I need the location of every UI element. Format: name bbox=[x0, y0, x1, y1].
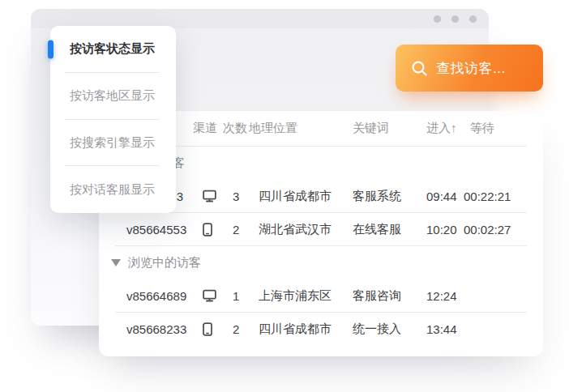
location-cell: 四川省成都市 bbox=[259, 189, 353, 204]
location-cell: 上海市浦东区 bbox=[259, 288, 353, 304]
menu-item-3[interactable]: 按搜索引擎显示 bbox=[50, 120, 176, 167]
visitor-row[interactable]: v85664553 2 湖北省武汉市 在线客服 10:20 00:02:27 bbox=[115, 213, 527, 246]
collapse-arrow-icon bbox=[111, 259, 121, 266]
header-location: 地理位置 bbox=[249, 121, 353, 136]
location-cell: 四川省成都市 bbox=[259, 322, 353, 337]
channel-cell bbox=[203, 223, 233, 236]
visit-count-cell: 1 bbox=[233, 289, 259, 303]
table-header-row: 渠道 次数 地理位置 关键词 进入↑ 等待 bbox=[115, 111, 527, 147]
wait-time-cell: 00:02:27 bbox=[464, 223, 527, 236]
page: 渠道 次数 地理位置 关键词 进入↑ 等待 对话中的访客 3 3 四川省成都市 … bbox=[0, 0, 569, 392]
location-cell: 湖北省武汉市 bbox=[259, 222, 353, 237]
channel-cell bbox=[203, 190, 233, 202]
enter-time-cell: 09:44 bbox=[426, 190, 464, 203]
menu-item-label: 按搜索引擎显示 bbox=[70, 135, 155, 151]
visitor-id-cell: v85664553 bbox=[126, 223, 203, 236]
menu-item-1[interactable]: 按访客状态显示 bbox=[50, 26, 176, 73]
desktop-icon bbox=[203, 190, 216, 202]
header-enter-sort[interactable]: 进入↑ bbox=[426, 121, 464, 136]
find-visitor-label: 查找访客... bbox=[436, 59, 506, 78]
enter-time-cell: 13:44 bbox=[426, 322, 464, 336]
section-title: 浏览中的访客 bbox=[128, 255, 201, 271]
visit-count-cell: 3 bbox=[233, 190, 259, 203]
channel-cell bbox=[203, 322, 233, 336]
keyword-cell: 客服咨询 bbox=[353, 288, 426, 304]
menu-item-label: 按访客地区显示 bbox=[70, 88, 155, 104]
mobile-icon bbox=[203, 322, 212, 336]
channel-cell bbox=[203, 289, 233, 302]
desktop-icon bbox=[203, 289, 216, 302]
display-mode-menu: 按访客状态显示 按访客地区显示 按搜索引擎显示 按对话客服显示 bbox=[50, 26, 176, 213]
table-body: 对话中的访客 3 3 四川省成都市 客服系统 09:44 00:22:21 v8… bbox=[115, 147, 527, 346]
window-dot-icon bbox=[469, 15, 477, 23]
visitor-row[interactable]: v85668233 2 四川省成都市 统一接入 13:44 bbox=[115, 313, 527, 346]
visitor-row[interactable]: 3 3 四川省成都市 客服系统 09:44 00:22:21 bbox=[115, 180, 527, 213]
visit-count-cell: 2 bbox=[233, 223, 259, 236]
section-header[interactable]: 浏览中的访客 bbox=[111, 246, 527, 279]
keyword-cell: 在线客服 bbox=[353, 222, 426, 237]
enter-time-cell: 10:20 bbox=[426, 223, 464, 236]
wait-time-cell: 00:22:21 bbox=[464, 190, 527, 203]
enter-time-cell: 12:24 bbox=[426, 289, 464, 303]
header-keyword: 关键词 bbox=[353, 121, 426, 136]
active-indicator bbox=[48, 40, 53, 58]
visitor-id-cell: v85668233 bbox=[126, 322, 203, 336]
header-wait: 等待 bbox=[470, 121, 527, 136]
mobile-icon bbox=[203, 223, 212, 236]
window-dot-icon bbox=[434, 15, 441, 23]
menu-item-label: 按对话客服显示 bbox=[70, 182, 155, 198]
visitor-row[interactable]: v85664689 1 上海市浦东区 客服咨询 12:24 bbox=[115, 279, 527, 313]
search-icon bbox=[412, 61, 427, 76]
keyword-cell: 客服系统 bbox=[353, 189, 426, 204]
menu-item-label: 按访客状态显示 bbox=[70, 41, 155, 57]
menu-item-2[interactable]: 按访客地区显示 bbox=[50, 73, 176, 120]
find-visitor-button[interactable]: 查找访客... bbox=[396, 45, 543, 92]
menu-item-4[interactable]: 按对话客服显示 bbox=[50, 166, 176, 213]
keyword-cell: 统一接入 bbox=[353, 322, 426, 337]
visit-count-cell: 2 bbox=[233, 322, 259, 336]
window-dot-icon bbox=[451, 15, 459, 23]
visitor-id-cell: v85664689 bbox=[126, 289, 203, 303]
